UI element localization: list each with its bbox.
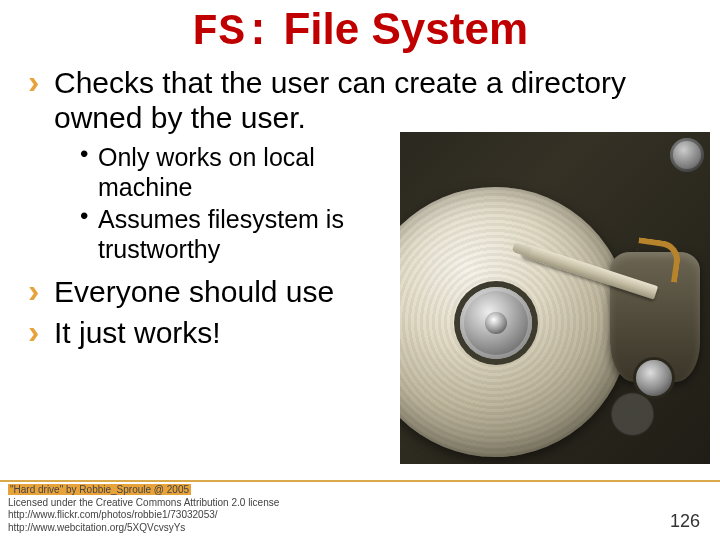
sub-bullet-1: Only works on local machine bbox=[80, 142, 410, 202]
attribution-line-2: Licensed under the Creative Commons Attr… bbox=[8, 497, 279, 508]
attribution-line-4: http://www.webcitation.org/5XQVcvsyYs bbox=[8, 522, 185, 533]
bullet-2-text: Everyone should use bbox=[54, 275, 334, 308]
attribution-line-1: "Hard drive" by Robbie_Sproule @ 2005 bbox=[8, 484, 191, 495]
slide-title: FS: File System bbox=[0, 0, 720, 65]
hard-drive-image bbox=[400, 132, 710, 464]
sub-bullet-1-text: Only works on local machine bbox=[98, 143, 315, 201]
bullet-1-text: Checks that the user can create a direct… bbox=[54, 66, 626, 134]
sub-bullet-2: Assumes filesystem is trustworthy bbox=[80, 204, 410, 264]
title-rest: File System bbox=[271, 4, 528, 53]
image-attribution: "Hard drive" by Robbie_Sproule @ 2005 Li… bbox=[8, 484, 660, 534]
footer-rule bbox=[0, 480, 720, 482]
bullet-1: Checks that the user can create a direct… bbox=[28, 65, 692, 136]
hdd-pivot bbox=[636, 360, 672, 396]
bullet-2: Everyone should use bbox=[28, 274, 408, 309]
page-number: 126 bbox=[670, 511, 700, 532]
bullet-3-text: It just works! bbox=[54, 316, 221, 349]
attribution-line-3: http://www.flickr.com/photos/robbie1/730… bbox=[8, 509, 218, 520]
sub-bullet-2-text: Assumes filesystem is trustworthy bbox=[98, 205, 344, 263]
hdd-spindle bbox=[460, 287, 532, 359]
bullet-3: It just works! bbox=[28, 315, 408, 350]
title-prefix-code: FS: bbox=[192, 7, 271, 57]
sub-bullet-list: Only works on local machine Assumes file… bbox=[80, 142, 410, 264]
slide: FS: File System Checks that the user can… bbox=[0, 0, 720, 540]
hdd-screw-icon bbox=[670, 138, 704, 172]
